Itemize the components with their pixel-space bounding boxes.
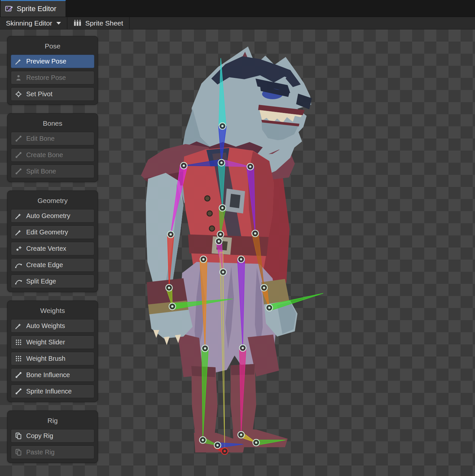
sprite-sheet-button[interactable]: Sprite Sheet xyxy=(67,17,129,29)
edit-geometry-button[interactable]: Edit Geometry xyxy=(11,226,94,239)
panel-pose: PosePreview PoseRestore PoseSet Pivot xyxy=(7,36,98,105)
tool-panels: PosePreview PoseRestore PoseSet PivotBon… xyxy=(7,36,98,463)
button-label: Create Bone xyxy=(26,151,63,159)
window-tab-bar: Sprite Editor xyxy=(0,0,475,17)
panel-title-weights: Weights xyxy=(11,304,94,319)
bone-influence-button[interactable]: Bone Influence xyxy=(11,368,94,382)
bone-joint[interactable] xyxy=(220,269,226,275)
button-label: Weight Slider xyxy=(26,339,65,346)
bone-joint[interactable] xyxy=(217,231,224,238)
panel-title-rig: Rig xyxy=(11,414,94,429)
tab-title: Sprite Editor xyxy=(17,5,56,13)
button-label: Edit Bone xyxy=(26,135,55,142)
sprite-influence-button[interactable]: Sprite Influence xyxy=(11,385,94,398)
create-edge-button[interactable]: Create Edge xyxy=(11,258,94,272)
bone-joint[interactable] xyxy=(252,230,258,237)
bone-joint[interactable] xyxy=(166,284,172,291)
bone-joint[interactable] xyxy=(219,205,226,211)
button-label: Auto Weights xyxy=(26,322,65,330)
button-label: Split Edge xyxy=(26,278,56,285)
bone-joint[interactable] xyxy=(216,238,222,245)
bone-influence-icon xyxy=(15,371,22,379)
bone-joint[interactable] xyxy=(253,439,259,446)
bone-joint[interactable] xyxy=(266,304,273,311)
bone-joint[interactable] xyxy=(169,303,176,310)
weight-slider-icon xyxy=(15,339,22,346)
panel-title-pose: Pose xyxy=(11,39,94,55)
button-label: Paste Rig xyxy=(26,449,55,456)
button-label: Preview Pose xyxy=(26,58,66,65)
bone-joint[interactable] xyxy=(239,345,246,351)
weight-slider-button[interactable]: Weight Slider xyxy=(11,336,94,349)
sprite-editor-icon xyxy=(5,5,13,13)
restore-pose-button[interactable]: Restore Pose xyxy=(11,71,94,84)
paste-rig-icon xyxy=(15,449,22,456)
auto-weights-icon xyxy=(15,322,22,330)
mode-toolbar: Skinning Editor Sprite Sheet xyxy=(0,17,475,29)
bone-joint[interactable] xyxy=(238,431,244,438)
panel-title-geometry: Geometry xyxy=(11,194,94,209)
auto-geometry-icon xyxy=(15,212,22,220)
create-vertex-icon xyxy=(15,245,22,252)
paste-rig-button[interactable]: Paste Rig xyxy=(11,446,94,459)
create-bone-icon xyxy=(15,151,22,159)
button-label: Restore Pose xyxy=(26,74,66,82)
preview-pose-icon xyxy=(15,58,22,65)
panel-geometry: GeometryAuto GeometryEdit GeometryCreate… xyxy=(7,191,98,292)
button-label: Edit Geometry xyxy=(26,229,68,236)
bone-joint[interactable] xyxy=(247,163,254,170)
weight-brush-icon xyxy=(15,355,22,362)
button-label: Split Bone xyxy=(26,168,56,175)
chevron-down-icon xyxy=(56,22,61,25)
auto-geometry-button[interactable]: Auto Geometry xyxy=(11,209,94,223)
split-bone-button[interactable]: Split Bone xyxy=(11,165,94,178)
button-label: Set Pivot xyxy=(26,90,52,98)
create-edge-icon xyxy=(15,261,22,269)
restore-pose-icon xyxy=(15,74,22,82)
sprite-influence-icon xyxy=(15,388,22,395)
edit-bone-button[interactable]: Edit Bone xyxy=(11,132,94,145)
bone-joint[interactable] xyxy=(261,284,267,291)
auto-weights-button[interactable]: Auto Weights xyxy=(11,319,94,333)
panel-title-bones: Bones xyxy=(11,117,94,132)
button-label: Copy Rig xyxy=(26,432,53,440)
sprite-sheet-label: Sprite Sheet xyxy=(85,19,123,27)
button-label: Auto Geometry xyxy=(26,212,70,220)
toolbar-separator xyxy=(129,17,130,29)
bone-joint[interactable] xyxy=(219,123,226,129)
editor-mode-label: Skinning Editor xyxy=(6,19,52,27)
sprite-sheet-icon xyxy=(73,19,82,27)
button-label: Bone Influence xyxy=(26,371,70,379)
split-edge-button[interactable]: Split Edge xyxy=(11,275,94,288)
bone-joint[interactable] xyxy=(238,256,244,263)
preview-pose-button[interactable]: Preview Pose xyxy=(11,55,94,68)
set-pivot-button[interactable]: Set Pivot xyxy=(11,87,94,101)
bone-joint[interactable] xyxy=(218,159,225,166)
bone-joint[interactable] xyxy=(214,442,221,449)
bone-joint[interactable] xyxy=(167,231,174,238)
weight-brush-button[interactable]: Weight Brush xyxy=(11,352,94,365)
panel-rig: RigCopy RigPaste Rig xyxy=(7,411,98,463)
sprite-editor-window: Sprite Editor Skinning Editor Sprite She… xyxy=(0,0,475,476)
tab-sprite-editor[interactable]: Sprite Editor xyxy=(1,0,66,17)
editor-mode-dropdown[interactable]: Skinning Editor xyxy=(0,17,67,29)
bone-joint[interactable] xyxy=(200,256,207,263)
button-label: Sprite Influence xyxy=(26,388,72,395)
button-label: Create Edge xyxy=(26,261,63,269)
create-bone-button[interactable]: Create Bone xyxy=(11,148,94,162)
bone-joint[interactable] xyxy=(221,448,228,454)
split-bone-icon xyxy=(15,168,22,175)
panel-weights: WeightsAuto WeightsWeight SliderWeight B… xyxy=(7,301,98,402)
button-label: Weight Brush xyxy=(26,355,66,362)
set-pivot-icon xyxy=(15,90,22,98)
copy-rig-icon xyxy=(15,432,22,440)
edit-geometry-icon xyxy=(15,229,22,236)
create-vertex-button[interactable]: Create Vertex xyxy=(11,242,94,255)
edit-bone-icon xyxy=(15,135,22,142)
panel-bones: BonesEdit BoneCreate BoneSplit Bone xyxy=(7,113,98,182)
copy-rig-button[interactable]: Copy Rig xyxy=(11,429,94,443)
bone-joint[interactable] xyxy=(180,162,187,169)
split-edge-icon xyxy=(15,278,22,285)
bone-joint[interactable] xyxy=(202,345,208,352)
bone-joint[interactable] xyxy=(200,437,206,443)
